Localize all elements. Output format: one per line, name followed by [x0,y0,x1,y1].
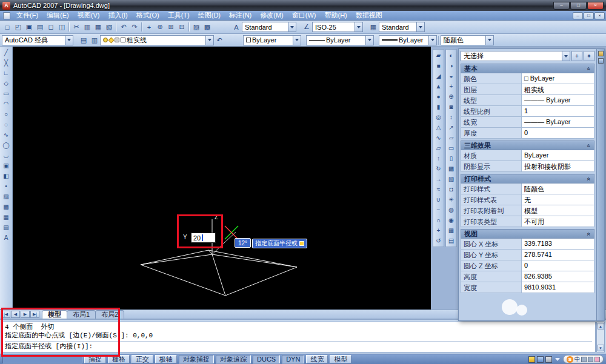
tab-nav-button[interactable]: ◀ [11,311,20,318]
plot-style-combo[interactable]: 随颜色 [441,35,494,45]
multiline-text-icon[interactable]: A [1,233,12,243]
color-combo[interactable]: ByLayer [243,35,301,45]
hatch-icon[interactable]: ▨ [1,191,12,202]
zoom-previous-icon[interactable]: ⊟ [176,22,187,32]
visual-style-3dwireframe-icon[interactable]: ▭ [446,143,456,153]
doc-minimize-button[interactable]: – [573,12,583,19]
walk-icon[interactable]: ↕ [446,112,456,122]
spline-icon[interactable]: ∿ [1,130,12,140]
materials-icon[interactable]: ◍ [446,205,456,215]
sweep-icon[interactable]: → [433,174,444,184]
tab-nav-button[interactable]: |◀ [1,311,10,318]
publish-icon[interactable]: ◫ [56,22,67,32]
copy-icon[interactable]: ▥ [82,22,93,32]
pyramid-icon[interactable]: △ [433,122,444,133]
visual-style-hidden-icon[interactable]: ▯ [446,153,456,164]
section-header-3d-effects[interactable]: 三维效果 « [461,141,594,150]
property-value[interactable]: □ ByLayer [522,73,594,84]
separator[interactable] [67,22,71,32]
menu-item[interactable]: 工具(T) [164,11,194,20]
camera-icon[interactable]: ◙ [446,102,456,112]
pan-3d-icon[interactable]: + [446,81,456,91]
mapping-icon[interactable]: ◉ [446,215,456,225]
dim-style-icon[interactable]: ∠ [301,22,312,32]
section-header-view[interactable]: 视图 « [461,229,594,239]
layer-color-swatch[interactable] [121,38,125,42]
open-icon[interactable]: ◰ [13,22,24,32]
doc-close-button[interactable]: × [594,12,605,19]
menu-item[interactable]: 格式(O) [132,11,164,20]
property-value[interactable]: 随颜色 [522,184,594,194]
combo-arrow-icon[interactable] [428,36,436,45]
menu-item[interactable]: 绘图(D) [194,11,225,20]
minimize-button[interactable]: – [553,2,570,10]
text-style-combo[interactable]: Standard [242,22,296,32]
menu-item[interactable]: 数据视图 [351,11,387,20]
gradient-icon[interactable]: ▩ [1,202,12,212]
3d-rotate-icon[interactable]: ↺ [433,236,444,246]
property-value[interactable]: 无 [522,194,594,205]
combo-arrow-icon[interactable] [416,22,424,31]
background-icon[interactable]: ▦ [446,225,456,236]
table-icon[interactable]: ▤ [1,222,12,233]
revolve-icon[interactable]: ↻ [433,164,444,174]
status-toggle-button[interactable]: 模型 [330,355,351,363]
combo-arrow-icon[interactable] [562,51,570,61]
status-toggle-button[interactable]: 捕捉 [84,355,106,363]
properties-icon[interactable]: ▨ [191,22,202,32]
menu-item[interactable]: 窗口(W) [288,11,321,20]
separator[interactable] [115,22,118,32]
property-value[interactable]: 1 [522,106,594,116]
named-views-icon[interactable]: ▤ [446,236,456,246]
lineweight-combo[interactable]: ByLayer [379,35,437,45]
ime-keyboard-icon[interactable] [581,357,587,362]
status-toggle-button[interactable]: 对象捕捉 [179,355,214,363]
status-toggle-button[interactable]: 栅格 [108,355,130,363]
undo-icon[interactable]: ↶ [118,22,129,32]
pan-icon[interactable]: + [144,22,155,32]
polysolid-icon[interactable]: ▰ [433,50,444,61]
rectangle-icon[interactable]: ▭ [1,88,12,99]
property-value[interactable]: 0 [522,260,594,271]
render-icon[interactable]: ◘ [446,184,456,194]
planar-surface-icon[interactable]: ▱ [433,143,444,153]
point-icon[interactable]: • [1,181,12,191]
visual-style-realistic-icon[interactable]: ▩ [446,164,456,174]
layer-on-icon[interactable] [103,38,108,42]
revision-cloud-icon[interactable]: ◌ [1,119,12,130]
union-icon[interactable]: ∪ [433,194,444,205]
save-icon[interactable]: ▣ [24,22,35,32]
combo-arrow-icon[interactable] [355,22,362,31]
layout-tab[interactable]: 模型 [42,310,67,319]
section-header-plot-style[interactable]: 打印样式 « [461,174,594,184]
palette-autohide-button[interactable] [598,51,604,56]
ime-logo-icon[interactable]: S [567,356,573,363]
tab-nav-button[interactable]: ▶ [21,311,30,318]
tray-menu-arrow-icon[interactable] [555,358,560,361]
line-icon[interactable]: ╱ [1,47,12,58]
layer-previous-icon[interactable]: ↶ [214,35,225,45]
menu-item[interactable]: 标注(N) [225,11,256,20]
fly-icon[interactable]: ↗ [446,122,456,133]
status-toggle-button[interactable]: 对象追踪 [216,355,251,363]
extrude-icon[interactable]: ↑ [433,153,444,164]
status-toggle-button[interactable]: 线宽 [306,355,328,363]
menu-item[interactable]: 文件(F) [12,11,42,20]
table-style-icon[interactable]: ▦ [368,22,379,32]
layer-freeze-icon[interactable] [108,37,115,43]
plot-icon[interactable]: ▤ [35,22,45,32]
section-header-basic[interactable]: 基本 « [461,64,594,73]
cylinder-icon[interactable]: ▮ [433,102,444,112]
free-orbit-icon[interactable]: ◑ [446,61,456,71]
cut-icon[interactable]: ✂ [71,22,82,32]
polygon-icon[interactable]: ◇ [1,78,12,88]
dynamic-input-field[interactable]: 20 [191,233,216,243]
layer-properties-icon[interactable]: ▤ [78,35,89,45]
torus-icon[interactable]: ◎ [433,112,444,122]
command-scrollbar[interactable]: ▲ ▼ [596,322,605,352]
zoom-window-icon[interactable]: ⊞ [165,22,176,32]
layout-tab[interactable]: 布局1 [67,310,96,319]
zoom-3d-icon[interactable]: ⊕ [446,91,456,102]
insert-block-icon[interactable]: ▣ [1,160,12,171]
constrained-orbit-icon[interactable]: ◐ [446,50,456,61]
